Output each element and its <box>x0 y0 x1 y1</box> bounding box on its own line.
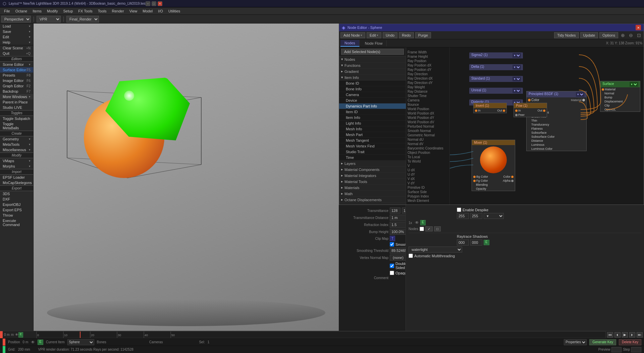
lx-e-btn[interactable]: E <box>420 220 426 225</box>
color-r-input[interactable] <box>457 213 469 219</box>
zoom-in-btn[interactable]: ⊕ <box>621 33 625 38</box>
node-bone-id[interactable]: Bone ID <box>339 81 406 86</box>
export-eps-btn[interactable]: Export EPS <box>0 207 33 213</box>
load-btn[interactable]: Load▾ <box>0 24 33 29</box>
image-editor-btn[interactable]: Image EditorF6 <box>0 78 33 83</box>
bump-height-input[interactable] <box>390 229 406 235</box>
node-item-id[interactable]: Item ID <box>339 109 406 115</box>
epsf-loader-btn[interactable]: EPSF Loader <box>0 175 33 180</box>
node-device[interactable]: Device <box>339 98 406 103</box>
cat-functions[interactable]: ▾ Functions <box>339 62 406 69</box>
node-item-info[interactable]: Item Info <box>339 115 406 121</box>
menu-model[interactable]: Model <box>140 8 155 14</box>
next-frame-btn[interactable]: ⏵ <box>629 332 635 338</box>
surface-type-select[interactable]: ▾ <box>630 82 638 87</box>
transmittance-dist-input[interactable] <box>390 215 406 221</box>
prev-frame-btn[interactable]: ⏴ <box>614 332 621 338</box>
purge-btn[interactable]: Purge <box>415 32 431 38</box>
principled-bsdf-node[interactable]: Principled BSDF (1) ▾ Color Material Rou… <box>526 91 587 151</box>
toggle-metaballs-btn[interactable]: Toggle MetaBalls <box>0 121 33 131</box>
parent-in-place-btn[interactable]: Parent in Place <box>0 99 33 105</box>
nodes-btn[interactable]: ✓ <box>425 226 433 231</box>
unreal1-type-select[interactable]: ▾ <box>513 88 521 93</box>
ne-close-btn[interactable]: ✕ <box>636 25 641 30</box>
nodes-del-btn[interactable]: □ <box>434 226 441 231</box>
surface-output-node[interactable]: Surface ▾ Material Normal Bump Displacem… <box>600 81 640 112</box>
cat-material-tools[interactable]: ▸ Material Tools <box>339 179 406 185</box>
timeline-ruler[interactable]: 0 10 20 30 40 50 <box>36 331 606 338</box>
nodes-check[interactable] <box>420 227 424 231</box>
scene-editor-btn[interactable]: Scene Editor▾ <box>0 62 33 67</box>
help-btn[interactable]: Help▾ <box>0 40 33 45</box>
node-dynamics-part-info[interactable]: Dynamics Part Info <box>339 103 406 109</box>
cat-materials[interactable]: ▸ Materials <box>339 185 406 191</box>
quit-btn[interactable]: Quit+Q <box>0 51 33 56</box>
pos-eye[interactable]: 👁 <box>31 340 35 345</box>
node-studio-trait[interactable]: Studio Trait <box>339 149 406 155</box>
transmittance-g[interactable] <box>402 208 406 214</box>
color-mode-select[interactable]: ▾ <box>484 213 504 219</box>
double-sided-check[interactable] <box>390 264 394 268</box>
smoothing-check[interactable] <box>390 242 394 247</box>
x-eye[interactable]: 👁 <box>15 333 18 337</box>
minimize-btn[interactable]: − <box>146 1 150 6</box>
cat-material-components[interactable]: ▸ Material Components <box>339 167 406 173</box>
menu-setup[interactable]: Setup <box>61 8 76 14</box>
pbsdf-type-select[interactable]: ▾ <box>576 92 584 97</box>
3ds-btn[interactable]: 3DS <box>0 191 33 196</box>
graph-editor-btn[interactable]: Graph EditorF2 <box>0 83 33 89</box>
delete-key-btn[interactable]: Delete Key <box>619 339 641 345</box>
node-time[interactable]: Time <box>339 155 406 161</box>
sigma2-node[interactable]: Sigma2 (1) ▾ <box>469 52 523 58</box>
cat-octane-emission[interactable]: ▸ Octane Emission <box>339 203 406 205</box>
exportobj-btn[interactable]: ExportOBJ <box>0 202 33 207</box>
step-input[interactable] <box>631 347 641 352</box>
shadow-g-input[interactable] <box>470 239 482 246</box>
mocap-btn[interactable]: MoCapSkelegons <box>0 180 33 185</box>
menu-fxtools[interactable]: FX Tools <box>75 8 95 14</box>
menu-items[interactable]: Items <box>30 8 44 14</box>
metatools-btn[interactable]: MetaTools▾ <box>0 142 33 147</box>
shadow-r-input[interactable] <box>457 239 469 246</box>
options-btn[interactable]: Options <box>599 32 618 38</box>
x-e-btn[interactable]: E <box>18 332 23 338</box>
menu-utilities[interactable]: Utilities <box>166 8 183 14</box>
close-btn[interactable]: ✕ <box>158 1 162 6</box>
node-camera[interactable]: Camera <box>339 92 406 98</box>
preview-input[interactable] <box>611 347 622 352</box>
pos-e-btn[interactable]: E <box>38 340 43 345</box>
throw-btn[interactable]: Throw <box>0 213 33 218</box>
menu-tools[interactable]: Tools <box>95 8 109 14</box>
tab-nodes[interactable]: Nodes <box>340 40 360 47</box>
lx-eye[interactable]: 👁 <box>415 220 419 225</box>
node-mesh-vertex-find[interactable]: Mesh Vertex Find <box>339 143 406 149</box>
menu-modify[interactable]: Modify <box>44 8 60 14</box>
fit-btn[interactable]: ⊡ <box>637 33 641 38</box>
node-mesh-tangent[interactable]: Mesh Tangent <box>339 138 406 143</box>
standard1-node[interactable]: Standard (1) ▾ <box>469 76 523 82</box>
sigma2-type-select[interactable]: ▾ <box>513 53 521 58</box>
refraction-input[interactable] <box>390 222 406 228</box>
color-g-input[interactable] <box>470 213 482 219</box>
play-btn[interactable]: ▶ <box>622 332 628 338</box>
enable-despike-check[interactable] <box>457 208 461 212</box>
zoom-out-btn[interactable]: ⊖ <box>629 33 633 38</box>
update-btn[interactable]: Update <box>580 32 598 38</box>
node-bone-info[interactable]: Bone Info <box>339 86 406 92</box>
undo-btn-ne[interactable]: Undo <box>383 32 397 38</box>
edit-btn[interactable]: Edit▾ <box>0 34 33 40</box>
cat-material-integrators[interactable]: ▸ Material Integrators <box>339 173 406 179</box>
save-btn[interactable]: Save▾ <box>0 29 33 34</box>
skip-end-btn[interactable]: ⏭ <box>637 332 643 338</box>
maximize-btn[interactable]: □ <box>152 1 156 6</box>
cat-nodes[interactable]: ▾ Nodes <box>339 56 406 62</box>
delta1-node[interactable]: Delta (1) ▾ <box>469 64 523 70</box>
node-light-info[interactable]: Light Info <box>339 121 406 126</box>
menu-io[interactable]: I/O <box>155 8 166 14</box>
studio-live-btn[interactable]: Studio LIVE <box>0 105 33 110</box>
cat-item-info[interactable]: ▾ Item Info <box>339 75 406 81</box>
dxf-btn[interactable]: DXF <box>0 196 33 202</box>
render-mode-select[interactable]: VPR OpenGL <box>37 16 61 23</box>
add-selected-node-btn[interactable]: Add Selected Node(s) <box>341 49 404 55</box>
node-mesh-part[interactable]: Mesh Part <box>339 132 406 138</box>
